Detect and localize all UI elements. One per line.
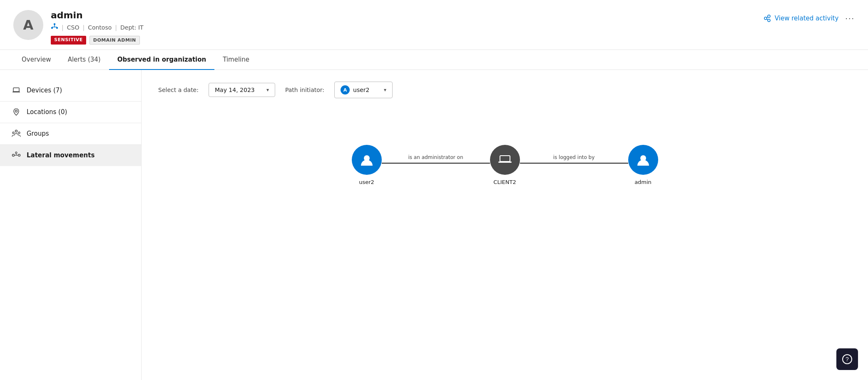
svg-rect-11 xyxy=(12,92,20,92)
sidebar-lateral-label: Lateral movements xyxy=(27,152,95,159)
company: Contoso xyxy=(88,24,112,31)
svg-point-18 xyxy=(15,152,17,154)
svg-rect-22 xyxy=(500,156,510,161)
tab-alerts[interactable]: Alerts (34) xyxy=(60,50,109,70)
admin-circle xyxy=(628,145,658,175)
initiator-picker[interactable]: A user2 ▾ xyxy=(334,82,393,98)
more-options-button[interactable]: ··· xyxy=(845,13,855,23)
tab-timeline[interactable]: Timeline xyxy=(214,50,258,70)
groups-icon xyxy=(12,129,21,138)
laptop-icon xyxy=(12,86,21,95)
svg-rect-10 xyxy=(13,88,19,92)
lateral-movement-graph: user2 is an administrator on xyxy=(158,123,851,206)
admin-label: admin xyxy=(634,179,652,185)
sidebar-item-locations[interactable]: Locations (0) xyxy=(0,101,141,123)
header-actions: View related activity ··· xyxy=(763,10,855,23)
edge2-line xyxy=(520,163,628,164)
badge-sensitive: SENSITIVE xyxy=(51,36,86,45)
view-related-label: View related activity xyxy=(775,15,838,22)
user-info: admin | CSO | Contoso | Dept: IT xyxy=(51,10,144,45)
tab-overview[interactable]: Overview xyxy=(13,50,60,70)
location-icon xyxy=(12,107,21,117)
client2-circle xyxy=(490,145,520,175)
initiator-avatar: A xyxy=(341,85,350,94)
user2-circle xyxy=(352,145,382,175)
main-content: Devices (7) Locations (0) xyxy=(0,70,868,380)
user-meta: | CSO | Contoso | Dept: IT xyxy=(51,23,144,32)
svg-point-16 xyxy=(12,154,15,156)
svg-point-17 xyxy=(18,154,20,156)
svg-point-15 xyxy=(18,132,20,134)
help-icon: ? xyxy=(842,354,853,365)
svg-point-5 xyxy=(764,17,767,20)
svg-line-9 xyxy=(767,19,768,20)
filters-row: Select a date: May 14, 2023 ▾ Path initi… xyxy=(158,82,851,98)
svg-point-12 xyxy=(15,110,17,112)
sidebar-item-devices[interactable]: Devices (7) xyxy=(0,80,141,101)
graph-node-client2[interactable]: CLIENT2 xyxy=(490,145,520,185)
edge2-label: is logged into by xyxy=(553,154,595,160)
org-icon xyxy=(51,23,58,32)
graph-connector-1: is an administrator on xyxy=(382,154,490,175)
avatar: A xyxy=(13,10,43,40)
date-filter-label: Select a date: xyxy=(158,87,199,93)
user-profile-section: A admin | CSO | Contoso | xyxy=(13,10,144,45)
svg-line-8 xyxy=(767,17,768,17)
svg-point-7 xyxy=(768,19,770,22)
svg-point-13 xyxy=(15,130,17,132)
graph-node-admin[interactable]: admin xyxy=(628,145,658,185)
badge-row: SENSITIVE DOMAIN ADMIN xyxy=(51,36,144,45)
tab-observed[interactable]: Observed in organization xyxy=(109,50,214,70)
edge1-line xyxy=(382,163,490,164)
graph-node-user2[interactable]: user2 xyxy=(352,145,382,185)
sidebar-groups-label: Groups xyxy=(27,130,49,137)
view-related-button[interactable]: View related activity xyxy=(763,14,838,22)
date-value: May 14, 2023 xyxy=(215,87,255,93)
date-chevron-icon: ▾ xyxy=(266,87,269,93)
content-area: Select a date: May 14, 2023 ▾ Path initi… xyxy=(142,70,868,380)
svg-point-6 xyxy=(768,15,770,17)
lateral-movements-icon xyxy=(12,151,21,160)
sidebar-item-lateral[interactable]: Lateral movements xyxy=(0,144,141,166)
org-unit: CSO xyxy=(67,24,80,31)
date-picker[interactable]: May 14, 2023 ▾ xyxy=(209,83,275,97)
svg-rect-0 xyxy=(54,23,55,25)
graph-connector-2: is logged into by xyxy=(520,154,628,175)
sidebar-devices-label: Devices (7) xyxy=(27,87,62,94)
page-header: A admin | CSO | Contoso | xyxy=(0,0,868,50)
sidebar: Devices (7) Locations (0) xyxy=(0,70,142,380)
help-button[interactable]: ? xyxy=(836,348,858,370)
client2-label: CLIENT2 xyxy=(493,179,516,185)
sidebar-locations-label: Locations (0) xyxy=(27,108,67,116)
svg-text:?: ? xyxy=(846,356,849,363)
badge-domain-admin: DOMAIN ADMIN xyxy=(90,36,140,45)
related-activity-icon xyxy=(763,14,771,22)
tab-bar: Overview Alerts (34) Observed in organiz… xyxy=(0,50,868,70)
user-name: admin xyxy=(51,10,144,20)
svg-point-14 xyxy=(12,132,14,134)
sidebar-item-groups[interactable]: Groups xyxy=(0,123,141,144)
edge1-label: is an administrator on xyxy=(408,154,463,160)
graph-wrapper: user2 is an administrator on xyxy=(352,145,658,185)
initiator-filter-label: Path initiator: xyxy=(285,87,324,93)
user2-label: user2 xyxy=(359,179,374,185)
dept: Dept: IT xyxy=(120,24,144,31)
initiator-chevron-icon: ▾ xyxy=(384,87,386,93)
initiator-value: user2 xyxy=(353,87,369,93)
